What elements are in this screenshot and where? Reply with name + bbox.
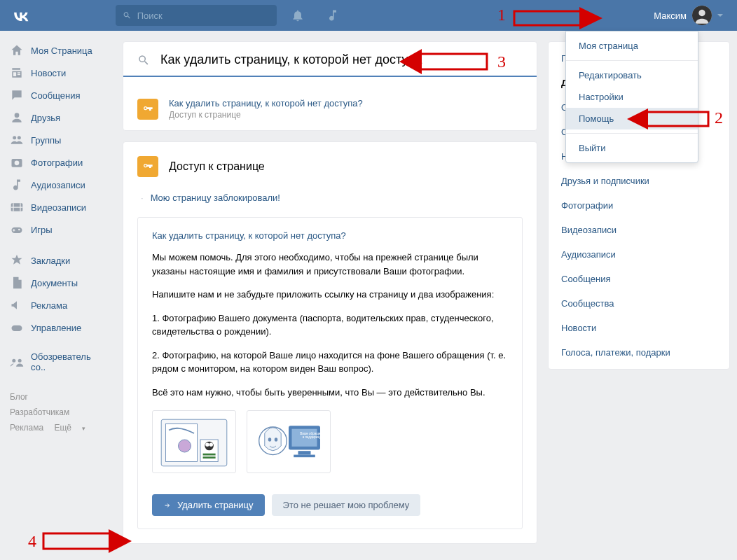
avatar	[692, 6, 712, 25]
svg-text:Ваше обращение: Ваше обращение	[300, 432, 326, 435]
article-card: Доступ к странице Мою страницу заблокиро…	[123, 141, 537, 544]
category-item[interactable]: Видеозаписи	[549, 218, 729, 242]
dropdown-item[interactable]: Помощь	[566, 108, 698, 130]
category-item[interactable]: Голоса, платежи, подарки	[549, 340, 729, 365]
svg-rect-20	[203, 454, 216, 456]
search-suggestion[interactable]: Как удалить страницу, к которой нет дост…	[137, 98, 523, 120]
article-section-title: Доступ к странице	[169, 160, 265, 173]
annotation-2: 2	[715, 108, 723, 127]
nav-item-home[interactable]: Моя Страница	[4, 39, 111, 62]
blocked-page-link[interactable]: Мою страницу заблокировали!	[137, 192, 523, 203]
svg-point-1	[698, 10, 705, 16]
home-icon	[10, 43, 24, 57]
category-item[interactable]: Сообщества	[549, 291, 729, 316]
category-item[interactable]: Аудиозаписи	[549, 242, 729, 267]
user-menu[interactable]: Максим	[654, 6, 730, 25]
nav-item-bookmark[interactable]: Закладки	[4, 249, 111, 272]
svg-rect-21	[203, 456, 216, 458]
svg-text:в поддержку: в поддержку	[303, 435, 322, 439]
category-item[interactable]: Сообщения	[549, 267, 729, 291]
category-item[interactable]: Друзья и подписчики	[549, 169, 729, 193]
annotation-3: 3	[497, 52, 506, 71]
photos-icon	[10, 155, 24, 169]
answer-question: Как удалить страницу, к которой нет дост…	[152, 230, 508, 241]
category-item[interactable]: Фотографии	[549, 193, 729, 218]
answer-p2: Напишите нам и не забудьте приложить ссы…	[152, 288, 508, 302]
svg-point-11	[12, 359, 15, 363]
user-name: Максим	[654, 10, 687, 21]
dropdown-item[interactable]: Настройки	[566, 86, 698, 108]
help-search-card: Как удалить страницу, к которой нет дост…	[123, 41, 537, 131]
docs-icon	[10, 276, 24, 290]
footer-more[interactable]: Ещё ▾	[54, 423, 94, 433]
footer-ads[interactable]: Реклама	[10, 423, 43, 433]
delete-page-button[interactable]: Удалить страницу	[152, 494, 265, 516]
nav-item-friends[interactable]: Друзья	[4, 106, 111, 129]
key-icon	[137, 99, 158, 120]
dropdown-item[interactable]: Редактировать	[566, 64, 698, 86]
top-header: Максим	[0, 0, 737, 31]
help-search-query: Как удалить страницу, к которой нет дост…	[160, 52, 422, 67]
footer-blog[interactable]: Блог	[10, 392, 28, 402]
annotation-4: 4	[28, 532, 36, 551]
dropdown-item[interactable]: Моя страница	[566, 35, 698, 57]
answer-box: Как удалить страницу, к которой нет дост…	[137, 217, 523, 529]
manage-icon	[10, 321, 24, 335]
nav-item-messages[interactable]: Сообщения	[4, 84, 111, 106]
bookmark-icon	[10, 253, 24, 267]
ads-icon	[10, 298, 24, 312]
nav-item-docs[interactable]: Документы	[4, 272, 111, 294]
user-dropdown: Моя страницаРедактироватьНастройкиПомощь…	[565, 31, 698, 163]
audio-icon	[10, 178, 24, 192]
header-search[interactable]	[116, 5, 277, 26]
news-icon	[10, 66, 24, 80]
nav-item-audio[interactable]: Аудиозаписи	[4, 174, 111, 196]
music-icon[interactable]	[326, 8, 340, 22]
browser-icon	[10, 355, 24, 369]
bell-icon[interactable]	[291, 8, 305, 22]
friends-icon	[10, 111, 24, 125]
help-search[interactable]: Как удалить страницу, к которой нет дост…	[137, 52, 523, 67]
footer-dev[interactable]: Разработчикам	[10, 407, 69, 417]
key-icon	[137, 156, 158, 177]
svg-rect-10	[12, 326, 22, 331]
video-icon	[10, 200, 24, 214]
category-item[interactable]: Новости	[549, 316, 729, 340]
nav-item-video[interactable]: Видеозаписи	[4, 196, 111, 218]
vk-logo[interactable]	[11, 5, 32, 26]
games-icon	[10, 223, 24, 237]
nav-item-manage[interactable]: Управление	[4, 316, 111, 339]
svg-point-2	[15, 113, 20, 118]
answer-p1: Мы можем помочь. Для этого необходимо, ч…	[152, 251, 508, 278]
svg-point-23	[268, 438, 272, 441]
svg-rect-29	[298, 451, 311, 454]
left-nav: Моя СтраницаНовостиСообщенияДрузьяГруппы…	[0, 31, 116, 457]
docs-images: Ваше обращениев поддержку	[152, 410, 508, 473]
svg-rect-37	[43, 533, 110, 549]
nav-item-groups[interactable]: Группы	[4, 129, 111, 151]
suggestion-title: Как удалить страницу, к которой нет дост…	[169, 98, 363, 108]
svg-point-12	[18, 359, 22, 363]
answer-p5: Всё это нам нужно, чтобы быть уверенными…	[152, 386, 508, 400]
nav-item-photos[interactable]: Фотографии	[4, 151, 111, 174]
header-search-input[interactable]	[137, 10, 270, 21]
nav-footer: Блог Разработчикам Реклама Ещё ▾	[4, 377, 111, 449]
svg-point-3	[13, 136, 16, 139]
not-solved-button[interactable]: Это не решает мою проблему	[272, 494, 421, 516]
groups-icon	[10, 133, 24, 147]
nav-item-browser[interactable]: Обозреватель со..	[4, 347, 111, 377]
nav-item-ads[interactable]: Реклама	[4, 294, 111, 316]
arrow-right-icon	[163, 501, 172, 510]
svg-point-9	[18, 229, 20, 231]
selfie-image: Ваше обращениев поддержку	[247, 410, 331, 473]
svg-point-4	[18, 136, 21, 139]
svg-point-6	[15, 161, 20, 166]
dropdown-item[interactable]: Выйти	[566, 137, 698, 159]
nav-item-news[interactable]: Новости	[4, 62, 111, 84]
caret-down-icon	[717, 14, 723, 17]
answer-p3: 1. Фотографию Вашего документа (паспорта…	[152, 312, 508, 339]
messages-icon	[10, 88, 24, 102]
svg-rect-30	[294, 455, 315, 458]
nav-item-games[interactable]: Игры	[4, 218, 111, 241]
search-icon	[137, 54, 150, 66]
